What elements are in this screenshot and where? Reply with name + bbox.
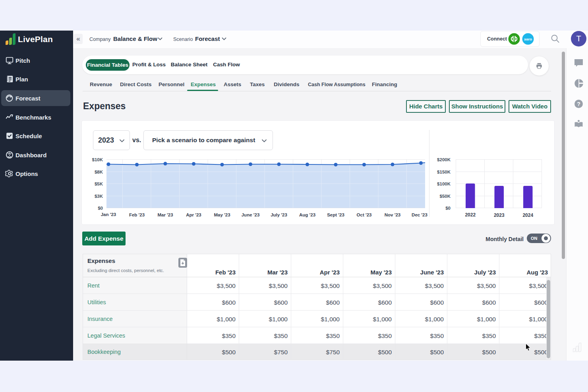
svg-text:$0: $0 (98, 206, 103, 210)
svg-text:$50K: $50K (440, 194, 451, 199)
svg-text:May '23: May '23 (214, 212, 230, 217)
svg-text:Apr '23: Apr '23 (186, 212, 201, 217)
svg-text:$8K: $8K (95, 170, 103, 174)
svg-text:$5K: $5K (95, 182, 103, 186)
svg-text:$100K: $100K (437, 182, 451, 186)
svg-text:June '23: June '23 (242, 212, 260, 217)
svg-text:$0: $0 (445, 206, 451, 210)
svg-text:$3K: $3K (95, 194, 103, 199)
svg-text:Nov '23: Nov '23 (385, 212, 400, 217)
svg-text:2022: 2022 (465, 212, 476, 218)
svg-text:$200K: $200K (437, 157, 451, 162)
svg-text:Oct '23: Oct '23 (357, 212, 372, 217)
svg-text:?: ? (577, 101, 580, 107)
svg-text:Dec '23: Dec '23 (412, 212, 427, 217)
svg-text:Aug '23: Aug '23 (299, 212, 315, 217)
svg-text:xero: xero (524, 37, 532, 41)
svg-text:Mar '23: Mar '23 (157, 212, 173, 217)
svg-text:July '23: July '23 (271, 212, 287, 217)
svg-text:Feb '23: Feb '23 (129, 212, 145, 217)
svg-text:2023: 2023 (494, 212, 505, 218)
svg-text:$150K: $150K (437, 170, 451, 174)
svg-text:Sept '23: Sept '23 (327, 212, 344, 217)
svg-text:2024: 2024 (522, 212, 533, 218)
svg-text:$10K: $10K (92, 157, 103, 162)
svg-text:Jan '23: Jan '23 (101, 212, 116, 217)
